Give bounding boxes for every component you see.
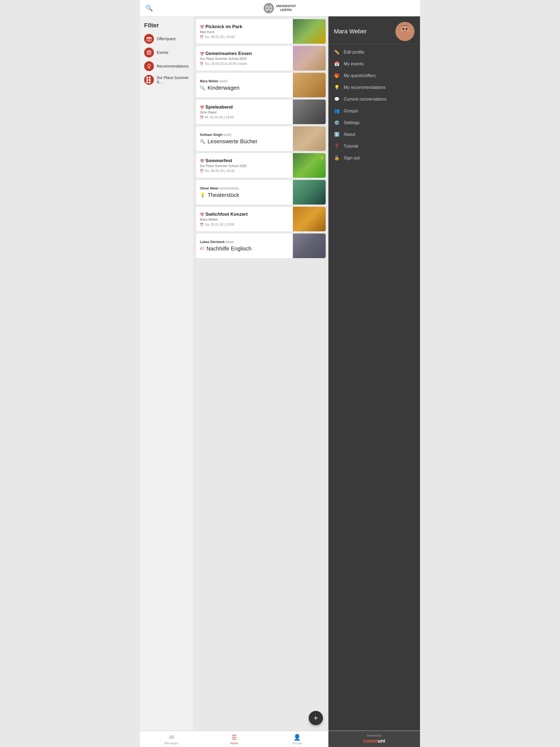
event-icon-spiele: 📅 — [200, 106, 204, 110]
menu-item-groups[interactable]: 👥 Groups — [328, 105, 420, 117]
bookmark-sommer: ★ — [320, 155, 324, 161]
filter-label-events: Events — [157, 50, 169, 55]
card-kinderwagen[interactable]: Mara Weber sucht: 🔍 Kinderwagen — [196, 73, 326, 97]
card-image-buecher — [293, 126, 326, 151]
logo-emblem — [264, 3, 274, 13]
search-icon[interactable]: 🔍 — [146, 5, 153, 12]
card-body-picknick: 📅 Picknick im Park Max Kunz ⏰ Do, 06.02.… — [196, 19, 293, 44]
menu-label-settings: Settings — [344, 120, 360, 125]
card-body-nachhilfe: Lukas Dürrbeck bietet: 🏷 Nachhilfe Engli… — [196, 233, 293, 258]
search-icon-kind: 🔍 — [200, 85, 205, 91]
card-konzert[interactable]: 📅 Switchfoot Konzert Mara Weber ⏰ Sa, 20… — [196, 207, 326, 231]
event-icon-essen: 📅 — [200, 52, 204, 56]
menu-item-sign-out[interactable]: 🔓 Sign out — [328, 152, 420, 164]
avatar-image — [396, 22, 414, 41]
header: 🔍 UNIVERSITÄTLEIPZIG — [140, 0, 420, 17]
card-spiele[interactable]: 📅 Spieleabend Zeno Bayer ⏰ Mi, 01.04.20 … — [196, 100, 326, 124]
home-nav-icon: ☰ — [232, 734, 237, 741]
svg-rect-12 — [148, 52, 149, 53]
card-image-essen: ★ — [293, 46, 326, 71]
menu-item-tutorial[interactable]: ❓ Tutorial — [328, 140, 420, 152]
card-body-essen: 📅 Gemeinsames Essen Sur Place Summer Sch… — [196, 46, 293, 71]
search-icon-buecher: 🔍 — [200, 139, 205, 144]
nav-groups[interactable]: 👤 Groups — [265, 731, 328, 747]
offer-term-nachhilfe: 🏷 Nachhilfe Englisch — [200, 246, 289, 252]
messages-nav-label: Messages — [164, 742, 178, 745]
svg-point-26 — [406, 28, 407, 30]
menu-item-my-recommendations[interactable]: 💡 My recommendations — [328, 81, 420, 93]
nav-home[interactable]: ☰ Home — [203, 731, 266, 747]
menu-item-my-quests[interactable]: 🎁 My quests/offers — [328, 70, 420, 81]
filter-label-surplace: Sur Place Summer S... — [157, 75, 189, 84]
card-subtitle-picknick: Max Kunz — [200, 30, 289, 34]
right-panel: Mara Weber ✏️ — [328, 17, 420, 730]
card-title-spiele: Spieleabend — [205, 104, 233, 110]
clock-icon: ⏰ — [200, 35, 204, 39]
card-body-konzert: 📅 Switchfoot Konzert Mara Weber ⏰ Sa, 20… — [196, 207, 293, 231]
my-quests-icon: 🎁 — [334, 73, 340, 78]
messages-nav-icon: ✉ — [169, 734, 174, 741]
main-layout: Filter Offer/quest — [140, 17, 420, 730]
logo-text: UNIVERSITÄTLEIPZIG — [276, 4, 296, 11]
filter-item-recommendations[interactable]: Recommendations — [144, 61, 189, 71]
menu-item-settings[interactable]: ⚙️ Settings — [328, 117, 420, 129]
card-title-konzert: Switchfoot Konzert — [205, 212, 248, 217]
edit-profile-icon: ✏️ — [334, 50, 340, 55]
offer-label-nachhilfe: Lukas Dürrbeck bietet: — [200, 240, 289, 244]
powered-by-label: Powered by — [367, 734, 381, 737]
events-icon — [144, 48, 154, 57]
card-time-sommer: ⏰ Do, 06.02.20 | 18:00 — [200, 169, 289, 173]
profile-name: Mara Weber — [334, 28, 391, 35]
card-sommer[interactable]: 📅 Sommerfest Sur Place Summer School 202… — [196, 153, 326, 178]
sidebar-title: Filter — [144, 22, 189, 29]
communi-brand: communi — [363, 738, 385, 744]
clock-icon-konzert: ⏰ — [200, 223, 204, 226]
menu-label-about: About — [344, 132, 355, 137]
card-picknick[interactable]: 📅 Picknick im Park Max Kunz ⏰ Do, 06.02.… — [196, 19, 326, 44]
card-time-spiele: ⏰ Mi, 01.04.20 | 19:00 — [200, 115, 289, 119]
card-essen[interactable]: 📅 Gemeinsames Essen Sur Place Summer Sch… — [196, 46, 326, 71]
my-recommendations-icon: 💡 — [334, 85, 340, 90]
menu-item-my-events[interactable]: 📅 My events — [328, 58, 420, 70]
search-term-kinderwagen: 🔍 Kinderwagen — [200, 85, 289, 91]
bottom-right-brand: Powered by communi — [328, 731, 420, 747]
offer-icon — [144, 34, 154, 44]
my-events-icon: 📅 — [334, 61, 340, 67]
menu-label-my-recommendations: My recommendations — [344, 85, 385, 90]
surplace-icon — [144, 75, 154, 85]
group-dots — [146, 77, 152, 83]
filter-item-events[interactable]: Events — [144, 48, 189, 57]
settings-icon: ⚙️ — [334, 120, 340, 125]
clock-icon-essen: ⏰ — [200, 62, 204, 66]
card-image-konzert — [293, 207, 326, 231]
nav-messages[interactable]: ✉ Messages — [140, 731, 203, 747]
filter-item-offer[interactable]: Offer/quest — [144, 34, 189, 44]
card-image-theater — [293, 180, 326, 205]
menu-label-tutorial: Tutorial — [344, 144, 358, 149]
recommend-label-theater: Oliver Meier recommends: — [200, 186, 289, 190]
card-body-buecher: Gotham Singh sucht: 🔍 Lesenswerte Bücher — [196, 126, 293, 151]
card-image-spiele — [293, 100, 326, 124]
recommend-icon-theater: 💡 — [200, 192, 205, 198]
card-subtitle-konzert: Mara Weber — [200, 217, 289, 222]
event-icon-konzert: 📅 — [200, 213, 204, 217]
filter-item-surplace[interactable]: Sur Place Summer S... — [144, 75, 189, 85]
card-time-picknick: ⏰ Do, 06.02.20 | 18:00 — [200, 35, 289, 39]
search-label-kinderwagen: Mara Weber sucht: — [200, 79, 289, 83]
sidebar: Filter Offer/quest — [140, 17, 193, 730]
fab-add[interactable]: + — [309, 711, 323, 725]
card-theater[interactable]: Oliver Meier recommends: 💡 Theaterstück — [196, 180, 326, 205]
menu-item-about[interactable]: ℹ️ About — [328, 129, 420, 140]
card-nachhilfe[interactable]: Lukas Dürrbeck bietet: 🏷 Nachhilfe Engli… — [196, 233, 326, 258]
event-icon-picknick: 📅 — [200, 25, 204, 29]
card-title-sommer: Sommerfest — [205, 158, 232, 163]
filter-label-offer: Offer/quest — [157, 36, 176, 41]
card-buecher[interactable]: Gotham Singh sucht: 🔍 Lesenswerte Bücher — [196, 126, 326, 151]
menu-item-conversations[interactable]: 💬 Current conversations — [328, 93, 420, 105]
card-image-kinderwagen — [293, 73, 326, 97]
groups-icon: 👥 — [334, 108, 340, 113]
menu-item-edit-profile[interactable]: ✏️ Edit profile — [328, 46, 420, 58]
card-time-konzert: ⏰ Sa, 20.01.18 | 20:00 — [200, 223, 289, 226]
card-body-kinderwagen: Mara Weber sucht: 🔍 Kinderwagen — [196, 73, 293, 97]
profile-section: Mara Weber — [328, 17, 420, 44]
